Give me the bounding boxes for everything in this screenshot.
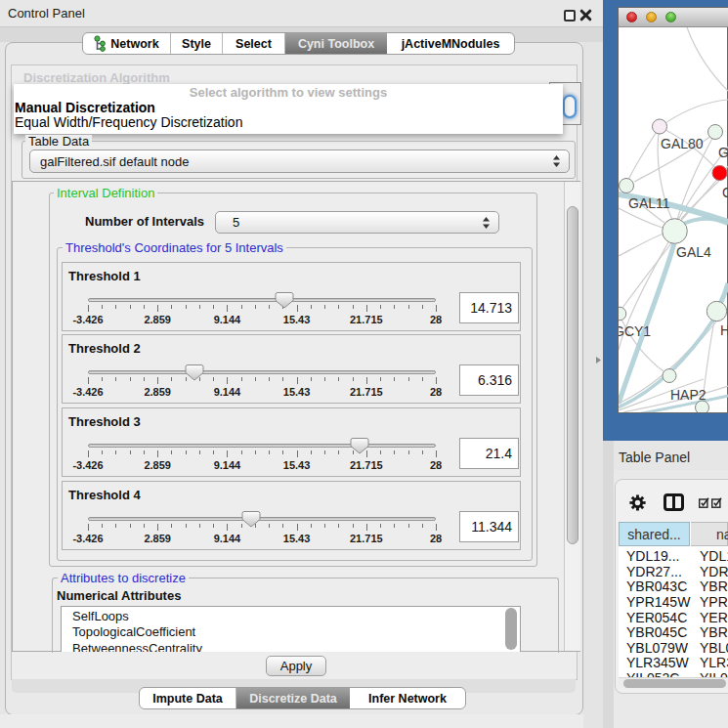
svg-text:GA: GA xyxy=(718,145,728,160)
svg-text:H: H xyxy=(720,322,728,338)
svg-text:GCY1: GCY1 xyxy=(619,323,651,339)
svg-text:HAP2: HAP2 xyxy=(670,387,707,403)
svg-text:C: C xyxy=(722,185,728,200)
svg-text:GAL4: GAL4 xyxy=(676,244,711,260)
svg-text:GAL80: GAL80 xyxy=(661,136,704,151)
svg-text:GAL11: GAL11 xyxy=(628,195,670,211)
